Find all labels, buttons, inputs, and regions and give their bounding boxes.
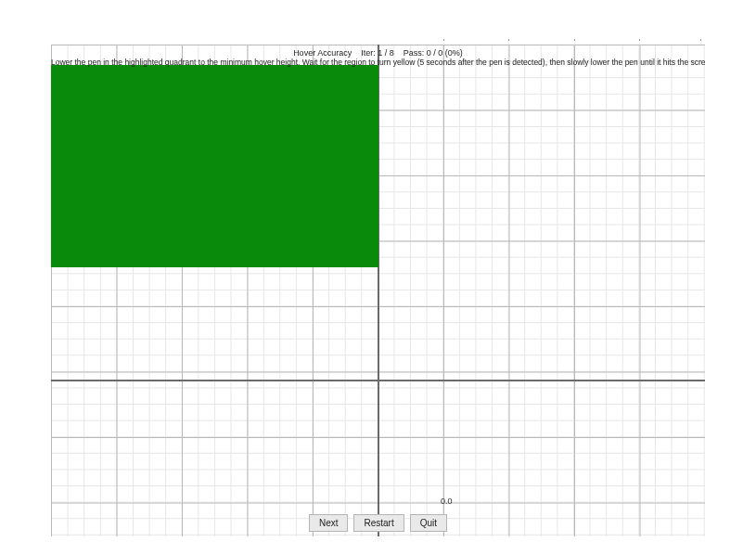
hover-readout: 0.0 xyxy=(441,497,453,506)
pass-label: Pass: xyxy=(404,48,425,58)
iter-label: Iter: xyxy=(361,48,376,58)
pass-percent: 0% xyxy=(448,48,460,58)
next-button[interactable]: Next xyxy=(309,514,349,532)
pass-total: 0 xyxy=(438,48,442,58)
iter-total: 8 xyxy=(390,48,394,58)
plot-area[interactable]: 0.0 Next Restart Quit xyxy=(51,45,705,536)
instructions-text: Lower the pen in the highlighted quadran… xyxy=(51,58,705,67)
restart-button[interactable]: Restart xyxy=(353,514,404,532)
button-bar: Next Restart Quit xyxy=(51,514,705,532)
quit-button[interactable]: Quit xyxy=(410,514,447,532)
pass-count: 0 xyxy=(427,48,431,58)
title-label: Hover Accuracy xyxy=(293,48,352,58)
iter-current: 1 xyxy=(378,48,382,58)
highlighted-quadrant[interactable] xyxy=(51,65,378,267)
header-status: Hover Accuracy Iter: 1 / 8 Pass: 0 / 0 (… xyxy=(51,48,705,58)
